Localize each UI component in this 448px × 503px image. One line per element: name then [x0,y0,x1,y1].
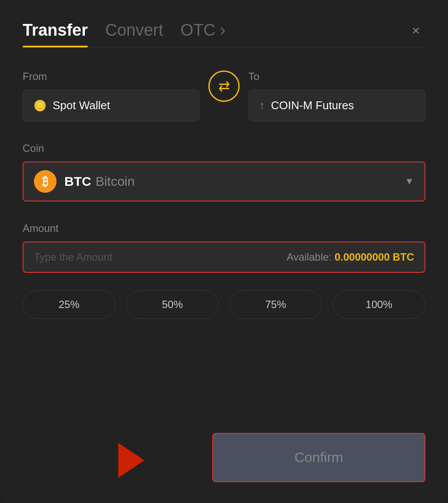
close-button[interactable]: × [406,21,425,40]
available-amount: 0.00000000 BTC [334,251,414,263]
to-wallet-text: COIN-M Futures [271,99,354,112]
coin-name-group: BTC Bitcoin [64,174,405,189]
amount-input-box[interactable]: Type the Amount Available: 0.00000000 BT… [23,241,425,273]
pct-25-button[interactable]: 25% [23,290,116,319]
tab-otc[interactable]: OTC › [181,21,225,47]
available-text: Available: 0.00000000 BTC [287,251,414,263]
tab-convert[interactable]: Convert [105,21,163,47]
btc-icon: ₿ [34,170,57,193]
futures-icon: ↑ [259,99,265,112]
tab-bar: Transfer Convert OTC › [23,21,425,47]
bottom-area: Confirm [23,433,425,482]
amount-label: Amount [23,222,425,235]
to-wallet-selector[interactable]: ↑ COIN-M Futures [248,90,425,121]
arrow-icon [118,443,144,478]
percentage-buttons: 25% 50% 75% 100% [23,290,425,319]
confirm-button[interactable]: Confirm [212,433,425,482]
pct-100-button[interactable]: 100% [333,290,426,319]
coin-selector[interactable]: ₿ BTC Bitcoin ▼ [23,161,425,201]
tab-divider [23,47,425,48]
pct-50-button[interactable]: 50% [126,290,219,319]
from-label: From [23,70,200,83]
from-to-row: From 🪙 Spot Wallet ⇄ To ↑ COIN-M Futures [23,70,425,121]
from-wallet-text: Spot Wallet [53,99,110,112]
amount-section: Amount Type the Amount Available: 0.0000… [23,222,425,273]
swap-btn-container: ⇄ [200,70,248,107]
available-label: Available: [287,251,332,263]
to-group: To ↑ COIN-M Futures [248,70,425,121]
btc-symbol: ₿ [42,174,48,189]
amount-placeholder: Type the Amount [34,251,287,263]
swap-arrows-icon: ⇄ [218,78,230,94]
coin-label: Coin [23,142,425,154]
swap-button[interactable]: ⇄ [208,70,240,102]
to-label: To [248,70,425,83]
transfer-modal: Transfer Convert OTC › × From 🪙 Spot Wal… [0,0,448,503]
pct-75-button[interactable]: 75% [229,290,322,319]
from-group: From 🪙 Spot Wallet [23,70,200,121]
coin-code: BTC [64,174,91,189]
chevron-down-icon: ▼ [405,176,414,187]
from-wallet-selector[interactable]: 🪙 Spot Wallet [23,90,200,121]
coin-full-name: Bitcoin [96,174,135,189]
tab-transfer[interactable]: Transfer [23,21,88,47]
arrow-container [118,443,144,478]
card-icon: 🪙 [33,100,47,112]
coin-section: Coin ₿ BTC Bitcoin ▼ [23,142,425,201]
